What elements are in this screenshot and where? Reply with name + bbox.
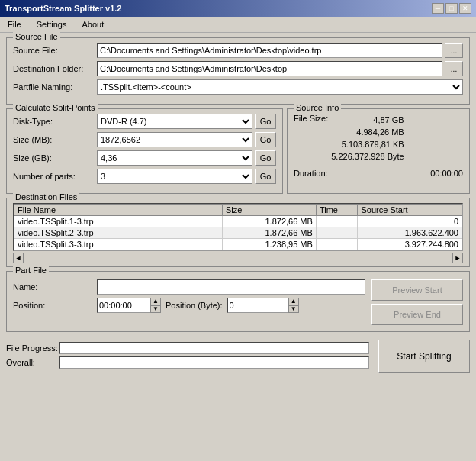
col-source-start: Source Start (358, 205, 462, 216)
file-size-label: File Size: (294, 114, 328, 163)
cell-filename: video.TSSplit.3-3.trp (14, 239, 223, 250)
app-title: TransportStream Splitter v1.2 (5, 4, 121, 13)
cell-source-start: 3.927.244.800 (358, 239, 462, 250)
source-file-input[interactable] (97, 43, 442, 58)
num-parts-select[interactable]: 3 (97, 169, 252, 184)
col-size: Size (223, 205, 317, 216)
byte-up-button[interactable]: ▲ (288, 298, 299, 305)
dest-files-title: Destination Files (13, 192, 79, 201)
cell-source-start: 1.963.622.400 (358, 227, 462, 239)
progress-area: File Progress: Overall: (6, 342, 369, 371)
num-parts-go-button[interactable]: Go (255, 169, 276, 184)
table-row[interactable]: video.TSSplit.2-3.trp 1.872,66 MB 1.963.… (14, 227, 462, 239)
disk-type-label: Disk-Type: (13, 117, 97, 126)
size-gb-label: Size (GB): (13, 153, 97, 163)
menu-bar: File Settings About (0, 17, 476, 33)
source-file-browse-button[interactable]: ... (445, 43, 463, 58)
file-progress-bar (60, 342, 369, 354)
menu-settings[interactable]: Settings (32, 18, 72, 31)
partfile-naming-select[interactable]: .TSSplit.<item>-<count> (97, 79, 463, 95)
dest-files-group: Destination Files File Name Size Time So… (6, 198, 470, 267)
dest-folder-browse-button[interactable]: ... (445, 61, 463, 76)
col-time: Time (316, 205, 358, 216)
table-row[interactable]: video.TSSplit.3-3.trp 1.238,95 MB 3.927.… (14, 239, 462, 250)
file-size-kb: 5.103.879,81 KB (331, 138, 404, 150)
scroll-right-button[interactable]: ► (452, 253, 463, 263)
cell-time (316, 239, 358, 250)
source-file-label: Source File: (13, 46, 97, 55)
title-bar: TransportStream Splitter v1.2 ─ □ ✕ (0, 0, 476, 17)
cell-size: 1.238,95 MB (223, 239, 317, 250)
menu-file[interactable]: File (3, 18, 26, 31)
cell-time (316, 216, 358, 227)
position-down-button[interactable]: ▼ (150, 305, 161, 313)
part-file-name-input[interactable] (97, 279, 365, 295)
size-mb-go-button[interactable]: Go (255, 132, 276, 147)
byte-down-button[interactable]: ▼ (288, 305, 299, 313)
position-time-input[interactable] (97, 298, 150, 313)
preview-end-button[interactable]: Preview End (371, 304, 463, 325)
source-info-group: Source Info File Size: 4,87 GB 4.984,26 … (287, 108, 470, 194)
cell-filename: video.TSSplit.2-3.trp (14, 227, 223, 239)
part-file-right: Preview Start Preview End (371, 279, 463, 325)
num-parts-label: Number of parts: (13, 172, 97, 181)
table-scrollbar-area: ◄ ► (13, 253, 463, 263)
file-size-mb: 4.984,26 MB (331, 126, 404, 138)
menu-about[interactable]: About (77, 18, 108, 31)
start-splitting-button[interactable]: Start Splitting (378, 340, 470, 373)
byte-spinner: ▲ ▼ (288, 298, 299, 313)
file-size-byte: 5.226.372.928 Byte (331, 150, 404, 163)
minimize-button[interactable]: ─ (432, 3, 444, 14)
duration-label: Duration: (294, 169, 328, 178)
part-file-section: Name: Position: ▲ ▼ Position (Byte): (13, 279, 463, 325)
bottom-area: File Progress: Overall: Start Splitting (0, 337, 476, 376)
position-byte-label: Position (Byte): (166, 301, 223, 310)
part-file-position-label: Position: (13, 301, 97, 310)
overall-progress-row: Overall: (6, 356, 369, 369)
cell-size: 1.872,66 MB (223, 216, 317, 227)
file-size-values: 4,87 GB 4.984,26 MB 5.103.879,81 KB 5.22… (331, 114, 404, 163)
size-mb-label: Size (MB): (13, 135, 97, 144)
duration-section: Duration: 00:00:00 (294, 169, 463, 178)
position-spinner: ▲ ▼ (150, 298, 161, 313)
close-button[interactable]: ✕ (459, 3, 471, 14)
split-points-title: Calculate Split-Points (13, 103, 98, 112)
disk-type-select[interactable]: DVD-R (4.7) DVD+R (4.7) CD-R (700MB) (97, 114, 252, 129)
part-file-title: Part File (13, 266, 49, 275)
overall-progress-bar (60, 356, 369, 369)
dest-folder-input[interactable] (97, 61, 442, 76)
size-gb-go-button[interactable]: Go (255, 150, 276, 166)
file-size-gb: 4,87 GB (331, 114, 404, 126)
cell-size: 1.872,66 MB (223, 227, 317, 239)
preview-start-button[interactable]: Preview Start (371, 279, 463, 301)
disk-type-go-button[interactable]: Go (255, 114, 276, 129)
duration-value: 00:00:00 (430, 169, 463, 178)
dest-files-table-container: File Name Size Time Source Start video.T… (13, 203, 463, 251)
size-gb-controls: 4,36 Go (97, 150, 276, 166)
maximize-button[interactable]: □ (445, 3, 458, 14)
source-file-group: Source File Source File: ... Destination… (6, 37, 470, 105)
cell-source-start: 0 (358, 216, 462, 227)
dest-files-table: File Name Size Time Source Start video.T… (14, 204, 462, 250)
part-file-left: Name: Position: ▲ ▼ Position (Byte): (13, 279, 365, 325)
size-gb-select[interactable]: 4,36 (97, 150, 252, 166)
disk-type-controls: DVD-R (4.7) DVD+R (4.7) CD-R (700MB) Go (97, 114, 276, 129)
scroll-left-button[interactable]: ◄ (13, 253, 24, 263)
horizontal-scrollbar[interactable] (24, 253, 452, 263)
overall-progress-label: Overall: (6, 358, 60, 367)
position-spinner-group: ▲ ▼ Position (Byte): ▲ ▼ (97, 298, 299, 313)
middle-section: Calculate Split-Points Disk-Type: DVD-R … (6, 108, 470, 194)
file-progress-row: File Progress: (6, 342, 369, 354)
source-file-group-title: Source File (13, 32, 60, 41)
source-info-title: Source Info (294, 103, 341, 112)
dest-folder-label: Destination Folder: (13, 64, 97, 73)
position-up-button[interactable]: ▲ (150, 298, 161, 305)
position-byte-input[interactable] (227, 298, 288, 313)
split-points-group: Calculate Split-Points Disk-Type: DVD-R … (6, 108, 283, 194)
table-row[interactable]: video.TSSplit.1-3.trp 1.872,66 MB 0 (14, 216, 462, 227)
size-mb-controls: 1872,6562 Go (97, 132, 276, 147)
size-mb-select[interactable]: 1872,6562 (97, 132, 252, 147)
dest-folder-row: Destination Folder: ... (13, 61, 463, 76)
partfile-naming-label: Partfile Naming: (13, 82, 97, 92)
part-file-position-row: Position: ▲ ▼ Position (Byte): ▲ ▼ (13, 298, 365, 313)
